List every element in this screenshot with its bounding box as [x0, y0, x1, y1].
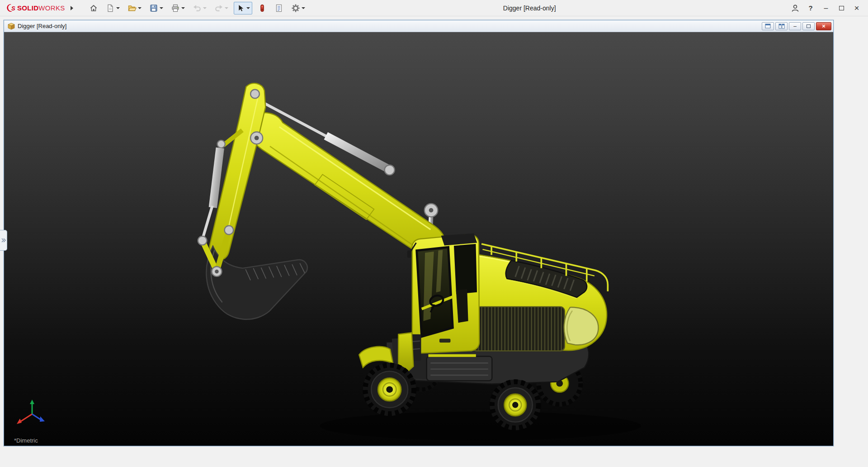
document-minimize-button[interactable]: – [789, 22, 801, 30]
gear-icon [291, 4, 300, 13]
document-window: Digger [Read-only] [4, 20, 834, 446]
save-button[interactable] [147, 2, 165, 14]
document-window-controls: – × [762, 22, 831, 30]
undo-icon [193, 4, 202, 13]
account-button[interactable] [788, 1, 803, 15]
options-button[interactable] [289, 2, 307, 14]
mirror [407, 251, 411, 258]
app-titlebar: S SOLIDWORKS [0, 0, 868, 16]
expand-menu-chevron-icon[interactable] [71, 6, 73, 10]
save-icon [149, 4, 158, 13]
brand-name-bold: SOLID [17, 4, 38, 12]
cascade-windows-icon [765, 24, 771, 29]
windshield [417, 247, 453, 336]
brand-name-light: WORKS [38, 4, 65, 12]
minimize-icon: – [824, 4, 828, 12]
side-grille[interactable] [472, 307, 564, 351]
home-button[interactable] [87, 2, 100, 14]
help-button[interactable]: ? [803, 1, 818, 15]
minimize-icon: – [793, 23, 797, 29]
user-account-icon [791, 4, 800, 13]
front-wheel[interactable] [363, 363, 416, 416]
dropdown-caret-icon[interactable] [138, 7, 142, 9]
dropdown-caret-icon[interactable] [181, 7, 185, 9]
graphics-viewport[interactable]: *Dimetric [4, 32, 833, 446]
tile-windows-button[interactable] [775, 22, 788, 30]
dropdown-caret-icon [203, 7, 207, 9]
redo-button[interactable] [212, 2, 231, 14]
minimize-button[interactable]: – [818, 1, 834, 15]
view-orientation-label: *Dimetric [14, 437, 38, 444]
close-button[interactable]: × [849, 1, 864, 15]
close-icon: × [822, 23, 826, 29]
document-titlebar[interactable]: Digger [Read-only] [4, 20, 833, 32]
step-box[interactable] [427, 354, 492, 381]
file-properties-icon [274, 4, 283, 13]
close-icon: × [854, 3, 859, 13]
maximize-button[interactable] [834, 1, 849, 15]
svg-text:S: S [11, 5, 15, 12]
maximize-icon [807, 24, 811, 28]
triad-y-axis [30, 400, 34, 404]
app-window-controls: ? – × [788, 1, 868, 15]
new-document-button[interactable] [104, 2, 122, 14]
triad-x-axis [17, 419, 22, 424]
chevron-right-double-icon [1, 238, 6, 243]
orientation-triad [16, 399, 52, 429]
rebuild-button[interactable] [255, 2, 269, 14]
new-document-icon [106, 4, 115, 13]
boom-arm[interactable] [247, 113, 446, 259]
workspace: Digger [Read-only] [0, 17, 868, 467]
dropdown-caret-icon[interactable] [116, 7, 120, 9]
collapsed-panel-tab[interactable] [0, 230, 7, 251]
quick-access-toolbar [87, 2, 307, 14]
maximize-icon [839, 6, 844, 10]
print-button[interactable] [169, 2, 187, 14]
cascade-windows-button[interactable] [762, 22, 774, 30]
triad-z-axis [40, 416, 45, 422]
digger-3d-model[interactable] [4, 32, 833, 446]
tile-windows-icon [778, 24, 785, 29]
open-button[interactable] [125, 2, 144, 14]
document-close-button[interactable]: × [816, 22, 831, 30]
open-folder-icon [127, 4, 137, 13]
ground-shadow [320, 411, 641, 440]
select-arrow-icon [236, 4, 245, 13]
select-button[interactable] [234, 2, 252, 14]
app-window-title: Digger [Read-only] [503, 5, 556, 12]
dropdown-caret-icon[interactable] [160, 7, 163, 9]
part-document-icon [8, 23, 15, 30]
side-window [455, 245, 476, 293]
redo-icon [214, 4, 223, 13]
dropdown-caret-icon[interactable] [302, 7, 305, 9]
solidworks-logo: S SOLIDWORKS [0, 3, 73, 13]
undo-button[interactable] [190, 2, 209, 14]
dropdown-caret-icon [225, 7, 228, 9]
help-icon: ? [808, 4, 812, 12]
document-maximize-button[interactable] [802, 22, 815, 30]
home-icon [89, 4, 98, 13]
rear-wheel[interactable] [490, 380, 541, 430]
print-icon [171, 4, 180, 13]
file-properties-button[interactable] [272, 2, 286, 14]
rebuild-stoplight-icon [258, 4, 267, 13]
document-title: Digger [Read-only] [18, 23, 66, 29]
dropdown-caret-icon[interactable] [246, 7, 250, 9]
ds-logo-icon: S [5, 3, 16, 13]
upper-body[interactable] [468, 244, 608, 351]
